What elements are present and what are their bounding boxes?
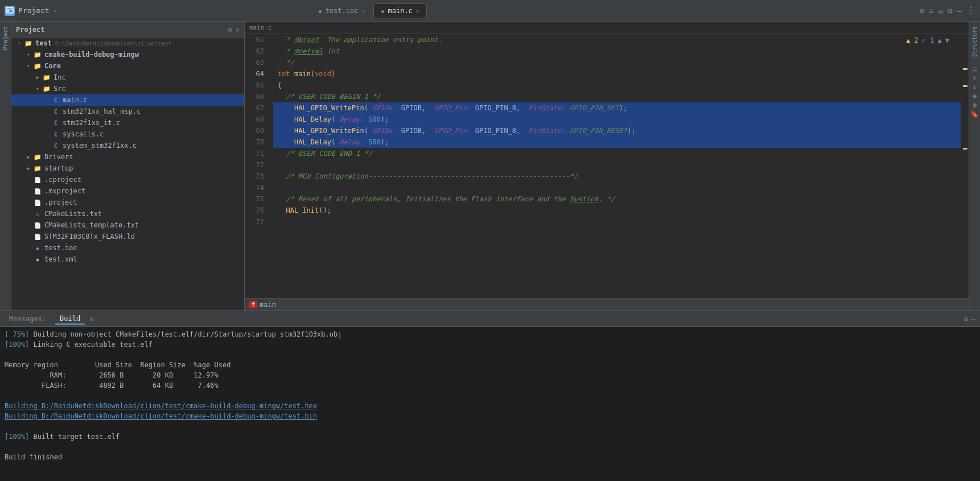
plain-65: {	[278, 80, 282, 91]
error-marker-1	[963, 85, 967, 87]
tree-item-drivers[interactable]: ▶ 📁 Drivers	[11, 151, 244, 163]
tab-test-ioc[interactable]: ◆ test.ioc ✕	[311, 3, 373, 18]
param-delay-68: Delay:	[339, 114, 364, 125]
tree-item-project[interactable]: ▶ 📄 .project	[11, 197, 244, 208]
tree-item-inc[interactable]: ▶ 📁 Inc	[11, 72, 244, 83]
build-line-hex[interactable]: Building D:/BaiduNetdiskDownload/clion/t…	[5, 401, 975, 411]
ln-67: 67	[245, 102, 269, 114]
line-numbers: 61 62 63 ▶ 64 65 66 67 68 69 ● 70	[245, 34, 269, 227]
tree-arrow-cmake: ▾	[25, 51, 32, 58]
ln-61: 61	[245, 34, 269, 45]
function-badge: f	[249, 301, 257, 308]
structure-icon-1[interactable]: ≡	[973, 65, 977, 73]
breadcrumb-item[interactable]: main.c	[249, 24, 272, 31]
ln-68: 68	[245, 114, 269, 125]
ln-65: 65	[245, 80, 269, 91]
tree-arrow-startup: ▶	[25, 165, 32, 172]
structure-icon-2[interactable]: ↑	[973, 74, 977, 82]
error-indicator[interactable]: ✓ 1	[922, 36, 934, 44]
param-pinstate-69: PinState:	[529, 125, 566, 136]
bottom-tab-close[interactable]: ✕	[89, 315, 93, 323]
scroll-down-btn[interactable]: ▼	[945, 36, 949, 44]
tree-item-src[interactable]: ▾ 📁 Src	[11, 83, 244, 94]
tree-item-test-xml[interactable]: ▶ ◆ test.xml	[11, 254, 244, 265]
tree-item-mxproject[interactable]: ▶ 📄 .mxproject	[11, 185, 244, 197]
ln-70: ● 70	[245, 136, 269, 148]
tree-item-test[interactable]: ▾ 📁 test D:\BaiduNetdiskDownload\clion\t…	[11, 38, 244, 49]
ln-71: 71	[245, 148, 269, 159]
ln-72: 72	[245, 159, 269, 171]
tree-arrow-inc: ▶	[34, 74, 41, 81]
tree-item-cproject[interactable]: ▶ 📄 .cproject	[11, 174, 244, 185]
tree-label-system-stm: system_stm32f1xx.c	[63, 142, 137, 150]
tree-label-main-c: main.c	[63, 96, 87, 104]
breadcrumb-bar: main.c	[245, 22, 969, 34]
tree-item-stm-flash[interactable]: ▶ 📄 STM32F103C8Tx_FLASH.ld	[11, 231, 244, 242]
pct-75: [ 75%]	[5, 330, 29, 338]
toolbar-icon-gear[interactable]: ⚙	[948, 6, 952, 15]
plain-67e	[566, 102, 570, 114]
bottom-tab-build[interactable]: Build	[55, 313, 85, 325]
editor-tabs: ◆ test.ioc ✕ ◆ main.c ✕	[311, 3, 915, 18]
toolbar-icon-3[interactable]: ⇌	[938, 6, 943, 15]
panel-gear-icon[interactable]: ⚙	[228, 26, 232, 34]
plain-70b: (	[331, 136, 339, 148]
plain-67c: GPIOB,	[397, 102, 434, 114]
system-stm-icon: C	[51, 141, 60, 150]
structure-icon-5[interactable]: ⚙	[973, 101, 977, 109]
tree-item-test-ioc[interactable]: ▶ ◆ test.ioc	[11, 242, 244, 254]
tree-arrow-test: ▾	[16, 40, 23, 47]
code-lines: * @brief The application entry point. * …	[273, 34, 961, 227]
structure-icon-4[interactable]: ⊕	[973, 92, 977, 100]
function-bar: f main	[245, 298, 969, 310]
toolbar-icon-1[interactable]: ⊕	[920, 6, 924, 15]
startup-folder-icon: 📁	[33, 164, 42, 173]
tree-item-cmake-build[interactable]: ▾ 📁 cmake-build-debug-mingw	[11, 49, 244, 60]
tree-arrow-drivers: ▶	[25, 154, 32, 160]
ld-file-icon: 📄	[33, 232, 42, 241]
code-line-69: HAL_GPIO_WritePin( GPIOx: GPIOB, GPIO_Pi…	[273, 125, 961, 136]
panel-close-icon[interactable]: ✕	[236, 26, 240, 34]
tree-item-syscalls[interactable]: ▶ C syscalls.c	[11, 128, 244, 140]
tree-label-cmakelists-tmpl: CMakeLists_template.txt	[44, 221, 139, 229]
project-panel-toggle[interactable]: Project	[1, 24, 10, 52]
bottom-minimize-icon[interactable]: —	[971, 315, 975, 323]
structure-icon-3[interactable]: ↓	[973, 83, 977, 91]
plain-68b: (	[331, 114, 339, 125]
structure-icon-6[interactable]: 🔖	[970, 110, 979, 118]
code-line-73: /* MCU Configuration--------------------…	[273, 171, 961, 182]
tab-close-main[interactable]: ✕	[416, 8, 419, 14]
tree-label-mxproject: .mxproject	[44, 187, 85, 195]
tree-item-main-c[interactable]: ▶ C main.c	[11, 94, 244, 106]
bottom-settings-icon[interactable]: ⚙	[964, 315, 968, 323]
code-area[interactable]: * @brief The application entry point. * …	[273, 34, 961, 298]
tree-item-system-stm[interactable]: ▶ C system_stm32f1xx.c	[11, 140, 244, 151]
tree-label-core: Core	[44, 62, 61, 70]
structure-panel-toggle[interactable]: Structure	[969, 24, 980, 59]
build-line-ram: RAM: 2656 B 20 KB 12.97%	[5, 370, 975, 380]
scroll-up-btn[interactable]: ▲	[938, 36, 942, 44]
plain-69f: );	[627, 125, 635, 136]
it-icon: C	[51, 118, 60, 127]
tree-label-stm-flash: STM32F103C8Tx_FLASH.ld	[44, 233, 135, 240]
tree-item-cmakelists-tmpl[interactable]: ▶ 📄 CMakeLists_template.txt	[11, 219, 244, 231]
tree-item-it[interactable]: ▶ C stm32f1xx_it.c	[11, 117, 244, 128]
tab-close-ioc[interactable]: ✕	[361, 8, 365, 14]
bottom-tab-messages[interactable]: Messages:	[5, 314, 51, 324]
tree-item-core[interactable]: ▾ 📁 Core	[11, 60, 244, 72]
plain-69a	[278, 125, 294, 136]
toolbar-icon-minimize[interactable]: —	[957, 6, 962, 15]
tree-item-cmakelists[interactable]: ▶ ⚠ CMakeLists.txt	[11, 208, 244, 219]
left-sidebar-strip: Project	[0, 22, 11, 310]
toolbar-icon-2[interactable]: ≡	[929, 6, 933, 15]
tree-item-startup[interactable]: ▶ 📁 startup	[11, 163, 244, 174]
tree-item-hal-msp[interactable]: ▶ C stm32f1xx_hal_msp.c	[11, 106, 244, 117]
dropdown-arrow[interactable]: ▾	[53, 6, 57, 15]
more-options-icon[interactable]: ⋮	[966, 5, 975, 16]
num-500-68: 500	[368, 114, 381, 125]
build-output[interactable]: [ 75%] Building non-object CMakeFiles/te…	[0, 327, 980, 481]
tab-main-c[interactable]: ◆ main.c ✕	[373, 3, 426, 18]
title-bar: Project ▾ ◆ test.ioc ✕ ◆ main.c ✕ ⊕ ≡ ⇌ …	[0, 0, 980, 22]
build-line-bin[interactable]: Building D:/BaiduNetdiskDownload/clion/t…	[5, 411, 975, 421]
warning-indicator[interactable]: ▲ 2	[906, 36, 919, 44]
